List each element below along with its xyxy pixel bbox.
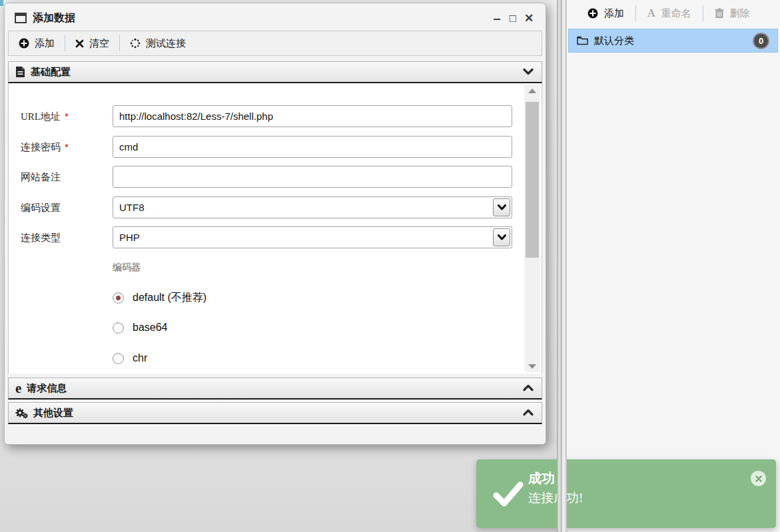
test-connection-label: 测试连接 [146,37,186,50]
conn-type-select[interactable] [113,226,512,248]
close-icon [755,475,762,482]
category-add-button[interactable]: 添加 [576,0,635,27]
window-icon [15,13,27,23]
check-icon [492,481,524,507]
form-scrollbar[interactable] [524,85,540,372]
triangle-up-icon [528,89,536,93]
chevron-down-icon [523,68,534,75]
category-delete-label: 删除 [730,7,750,20]
dialog-toolbar: 添加 清空 测试连接 [8,31,542,56]
conn-type-select-value[interactable] [113,226,512,248]
encoder-option-chr[interactable]: chr [113,352,147,364]
test-connection-icon [130,38,141,49]
toast-message: 连接成功! [528,489,583,507]
clear-button-label: 清空 [89,37,109,50]
radio-selected-icon [113,292,124,304]
toast-title: 成功 [528,469,555,487]
basic-config-icon [15,67,25,78]
dialog-title: 添加数据 [33,11,75,25]
rename-icon: A [647,7,655,19]
category-count-badge: 0 [753,33,769,49]
section-label-request-info: 请求信息 [27,382,67,395]
section-label-basic-config: 基础配置 [31,66,71,79]
add-icon [587,8,598,19]
basic-config-form: URL地址* 连接密码* 网站备注 编码设置 连接类型 编码器 [8,83,542,374]
category-panel: 添加 A 重命名 删除 默认分类 0 [567,0,780,532]
background-window-sliver [0,0,3,6]
add-button[interactable]: 添加 [9,31,65,55]
window-controls: – □ ✕ [489,7,537,29]
category-item-label: 默认分类 [594,35,634,47]
success-toast: 成功 连接成功! [476,459,776,528]
scroll-up-button[interactable] [524,85,540,97]
encoding-select-value[interactable] [113,196,512,218]
note-label: 网站备注 [21,171,61,184]
section-header-basic-config[interactable]: 基础配置 [8,61,542,83]
category-delete-button[interactable]: 删除 [703,0,761,27]
folder-icon [577,36,588,45]
maximize-button[interactable]: □ [505,13,521,24]
encoder-option-base64[interactable]: base64 [113,322,168,334]
toast-close-button[interactable] [751,471,766,486]
encoder-group-label: 编码器 [113,262,141,274]
clear-button[interactable]: 清空 [65,31,119,55]
panel-splitter[interactable] [557,0,567,532]
section-label-other-settings: 其他设置 [33,407,73,419]
chevron-up-icon [523,384,534,392]
triangle-down-icon [528,364,536,369]
required-marker: * [65,141,69,152]
chevron-up-icon [523,409,534,416]
radio-unselected-icon [113,322,124,334]
close-button[interactable]: ✕ [521,13,537,24]
encoder-option-label: default (不推荐) [133,291,206,305]
category-item-default[interactable]: 默认分类 0 [568,29,778,53]
encoding-select[interactable] [113,196,512,218]
category-rename-button[interactable]: A 重命名 [636,0,703,27]
url-label: URL地址* [21,111,69,123]
chevron-down-icon [498,204,506,210]
trash-icon [715,8,724,19]
encoding-label: 编码设置 [21,202,61,214]
category-toolbar: 添加 A 重命名 删除 [567,0,780,27]
scrollbar-thumb[interactable] [526,102,539,258]
minimize-button[interactable]: – [489,11,505,25]
encoder-option-label: chr [133,352,147,364]
password-label: 连接密码* [21,141,69,154]
add-button-label: 添加 [35,37,55,50]
section-header-request-info[interactable]: e 请求信息 [8,378,542,399]
section-header-other-settings[interactable]: 其他设置 [8,402,542,424]
conn-type-label: 连接类型 [21,232,61,244]
request-info-icon: e [15,383,21,394]
add-icon [19,38,29,49]
password-input[interactable] [113,136,512,158]
encoder-option-default[interactable]: default (不推荐) [113,291,206,305]
required-marker: * [65,111,69,122]
dialog-titlebar[interactable]: 添加数据 – □ ✕ [8,7,542,29]
url-input[interactable] [113,105,512,127]
category-add-label: 添加 [604,7,624,20]
chevron-down-icon [498,234,506,240]
note-input[interactable] [113,166,512,188]
other-settings-icon [15,407,28,419]
category-rename-label: 重命名 [661,7,691,20]
scroll-down-button[interactable] [524,360,540,372]
encoding-dropdown-button[interactable] [493,198,510,216]
encoder-option-label: base64 [133,322,168,334]
radio-unselected-icon [113,353,124,364]
conn-type-dropdown-button[interactable] [493,228,510,246]
add-data-dialog: 添加数据 – □ ✕ 添加 清空 [4,3,546,445]
clear-icon [75,39,84,48]
test-connection-button[interactable]: 测试连接 [120,31,196,55]
